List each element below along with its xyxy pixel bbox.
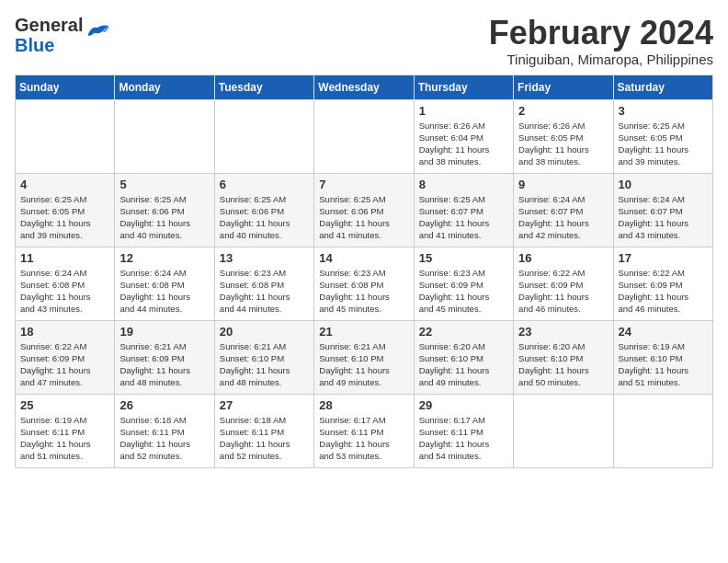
table-row: 14Sunrise: 6:23 AM Sunset: 6:08 PM Dayli… [314,247,414,320]
day-info: Sunrise: 6:25 AM Sunset: 6:05 PM Dayligh… [619,120,708,168]
day-info: Sunrise: 6:25 AM Sunset: 6:06 PM Dayligh… [119,193,209,242]
day-info: Sunrise: 6:22 AM Sunset: 6:09 PM Dayligh… [518,267,608,316]
col-wednesday: Wednesday [314,75,414,99]
day-info: Sunrise: 6:21 AM Sunset: 6:10 PM Dayligh… [319,340,408,389]
col-tuesday: Tuesday [214,75,313,99]
day-info: Sunrise: 6:24 AM Sunset: 6:07 PM Dayligh… [518,193,608,242]
day-info: Sunrise: 6:25 AM Sunset: 6:06 PM Dayligh… [220,193,309,242]
day-number: 8 [419,178,508,191]
day-info: Sunrise: 6:24 AM Sunset: 6:08 PM Dayligh… [119,267,209,316]
table-row: 18Sunrise: 6:22 AM Sunset: 6:09 PM Dayli… [16,320,115,394]
day-number: 6 [220,178,309,191]
location: Tiniguiban, Mimaropa, Philippines [489,52,713,67]
table-row: 11Sunrise: 6:24 AM Sunset: 6:08 PM Dayli… [16,247,115,320]
table-row: 29Sunrise: 6:17 AM Sunset: 6:11 PM Dayli… [414,394,513,467]
calendar-week-row: 4Sunrise: 6:25 AM Sunset: 6:05 PM Daylig… [16,173,713,247]
table-row [115,99,214,173]
day-number: 27 [220,398,309,412]
calendar-week-row: 1Sunrise: 6:26 AM Sunset: 6:04 PM Daylig… [16,99,713,173]
table-row: 23Sunrise: 6:20 AM Sunset: 6:10 PM Dayli… [514,320,613,394]
day-number: 1 [419,104,508,118]
day-info: Sunrise: 6:20 AM Sunset: 6:10 PM Dayligh… [419,340,508,389]
day-number: 7 [319,178,408,191]
day-info: Sunrise: 6:17 AM Sunset: 6:11 PM Dayligh… [419,414,508,463]
day-info: Sunrise: 6:18 AM Sunset: 6:11 PM Dayligh… [220,414,309,463]
logo-general: General [15,15,83,35]
calendar-header-row: Sunday Monday Tuesday Wednesday Thursday… [16,75,713,99]
day-info: Sunrise: 6:24 AM Sunset: 6:08 PM Dayligh… [20,267,109,316]
day-number: 2 [518,104,608,118]
day-number: 12 [119,251,209,265]
col-friday: Friday [514,75,613,99]
table-row: 12Sunrise: 6:24 AM Sunset: 6:08 PM Dayli… [115,247,214,320]
day-info: Sunrise: 6:20 AM Sunset: 6:10 PM Dayligh… [518,340,608,389]
col-saturday: Saturday [613,75,712,99]
day-info: Sunrise: 6:23 AM Sunset: 6:08 PM Dayligh… [319,267,408,316]
header: General Blue February 2024 Tiniguiban, M… [15,15,713,67]
table-row: 20Sunrise: 6:21 AM Sunset: 6:10 PM Dayli… [214,320,313,394]
col-thursday: Thursday [414,75,513,99]
day-number: 11 [20,251,109,265]
table-row: 10Sunrise: 6:24 AM Sunset: 6:07 PM Dayli… [613,173,712,247]
table-row: 7Sunrise: 6:25 AM Sunset: 6:06 PM Daylig… [314,173,414,247]
table-row: 4Sunrise: 6:25 AM Sunset: 6:05 PM Daylig… [16,173,115,247]
logo: General Blue [15,15,110,55]
day-number: 10 [619,178,708,191]
day-info: Sunrise: 6:22 AM Sunset: 6:09 PM Dayligh… [20,340,109,389]
table-row: 24Sunrise: 6:19 AM Sunset: 6:10 PM Dayli… [613,320,712,394]
day-number: 22 [419,325,508,339]
table-row: 17Sunrise: 6:22 AM Sunset: 6:09 PM Dayli… [613,247,712,320]
calendar-week-row: 25Sunrise: 6:19 AM Sunset: 6:11 PM Dayli… [16,394,713,467]
day-info: Sunrise: 6:23 AM Sunset: 6:09 PM Dayligh… [419,267,508,316]
day-info: Sunrise: 6:26 AM Sunset: 6:05 PM Dayligh… [518,120,608,168]
day-info: Sunrise: 6:21 AM Sunset: 6:09 PM Dayligh… [119,340,209,389]
table-row: 1Sunrise: 6:26 AM Sunset: 6:04 PM Daylig… [414,99,513,173]
table-row: 8Sunrise: 6:25 AM Sunset: 6:07 PM Daylig… [414,173,513,247]
day-number: 4 [20,178,109,191]
day-number: 9 [518,178,608,191]
day-info: Sunrise: 6:26 AM Sunset: 6:04 PM Dayligh… [419,120,508,168]
day-info: Sunrise: 6:25 AM Sunset: 6:07 PM Dayligh… [419,193,508,242]
day-number: 14 [319,251,408,265]
table-row [314,99,414,173]
calendar-week-row: 18Sunrise: 6:22 AM Sunset: 6:09 PM Dayli… [16,320,713,394]
day-number: 28 [319,398,408,412]
day-number: 5 [119,178,209,191]
title-area: February 2024 Tiniguiban, Mimaropa, Phil… [489,15,713,67]
day-number: 19 [119,325,209,339]
month-year: February 2024 [489,15,713,52]
table-row: 2Sunrise: 6:26 AM Sunset: 6:05 PM Daylig… [514,99,613,173]
table-row: 9Sunrise: 6:24 AM Sunset: 6:07 PM Daylig… [514,173,613,247]
day-number: 18 [20,325,109,339]
day-info: Sunrise: 6:22 AM Sunset: 6:09 PM Dayligh… [619,267,708,316]
logo-bird-icon [85,21,110,43]
logo-blue: Blue [15,35,83,55]
day-info: Sunrise: 6:19 AM Sunset: 6:11 PM Dayligh… [20,414,109,463]
table-row: 13Sunrise: 6:23 AM Sunset: 6:08 PM Dayli… [214,247,313,320]
calendar-week-row: 11Sunrise: 6:24 AM Sunset: 6:08 PM Dayli… [16,247,713,320]
calendar-table: Sunday Monday Tuesday Wednesday Thursday… [15,75,713,468]
table-row: 27Sunrise: 6:18 AM Sunset: 6:11 PM Dayli… [214,394,313,467]
table-row: 25Sunrise: 6:19 AM Sunset: 6:11 PM Dayli… [16,394,115,467]
table-row [16,99,115,173]
day-info: Sunrise: 6:23 AM Sunset: 6:08 PM Dayligh… [220,267,309,316]
col-sunday: Sunday [16,75,115,99]
table-row: 3Sunrise: 6:25 AM Sunset: 6:05 PM Daylig… [613,99,712,173]
day-info: Sunrise: 6:24 AM Sunset: 6:07 PM Dayligh… [619,193,708,242]
day-info: Sunrise: 6:25 AM Sunset: 6:05 PM Dayligh… [20,193,109,242]
day-number: 21 [319,325,408,339]
day-info: Sunrise: 6:17 AM Sunset: 6:11 PM Dayligh… [319,414,408,463]
table-row: 6Sunrise: 6:25 AM Sunset: 6:06 PM Daylig… [214,173,313,247]
table-row [514,394,613,467]
day-number: 3 [619,104,708,118]
table-row [214,99,313,173]
table-row: 26Sunrise: 6:18 AM Sunset: 6:11 PM Dayli… [115,394,214,467]
day-info: Sunrise: 6:25 AM Sunset: 6:06 PM Dayligh… [319,193,408,242]
table-row: 5Sunrise: 6:25 AM Sunset: 6:06 PM Daylig… [115,173,214,247]
table-row: 22Sunrise: 6:20 AM Sunset: 6:10 PM Dayli… [414,320,513,394]
day-number: 16 [518,251,608,265]
day-number: 20 [220,325,309,339]
col-monday: Monday [115,75,214,99]
day-number: 15 [419,251,508,265]
day-number: 29 [419,398,508,412]
